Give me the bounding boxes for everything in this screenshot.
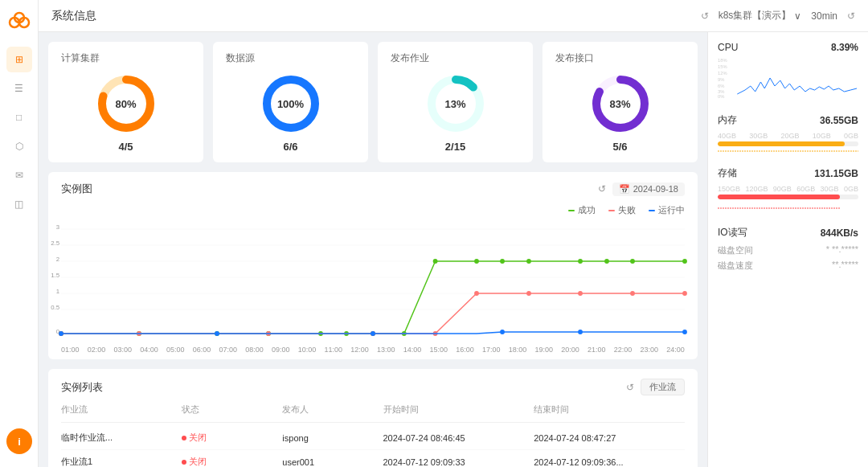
svg-text:12%: 12% [718,71,727,76]
status-dot [182,436,186,440]
io-sub-speed-label: 磁盘速度 [718,260,753,272]
table-controls: ↺ 作业流 [626,379,685,395]
status-dot [182,460,186,465]
sidebar-item-file[interactable]: □ [6,104,32,130]
header: 系统信息 ↺ k8s集群【演示】 ∨ 30min ↺ [39,0,868,32]
chevron-down-icon: ∨ [794,10,801,22]
cpu-label: CPU [718,42,738,53]
stat-number-api: 5/6 [612,141,627,153]
svg-point-36 [526,259,531,264]
operate-button[interactable]: 作业流 [641,379,685,395]
svg-point-56 [682,330,687,334]
legend-label-fail: 失败 [618,204,636,216]
sidebar-item-deploy[interactable]: ⬡ [6,133,32,159]
memory-bar [718,141,845,146]
sidebar-item-message[interactable]: ✉ [6,162,32,188]
refresh-icon[interactable]: ↺ [701,10,709,22]
svg-point-49 [630,291,635,296]
chart-controls: ↺ 📅 2024-09-18 [598,182,685,196]
svg-point-47 [526,291,531,296]
chart-legend: 成功 失败 运行中 [61,204,685,216]
user-avatar[interactable]: i [6,428,32,454]
memory-bar-bg [718,141,858,146]
td-end: 2024-07-24 08:47:27 [534,433,685,443]
svg-point-38 [604,259,609,264]
stat-title-job: 发布作业 [391,51,520,65]
td-job: 作业流1 [61,456,182,467]
table-row: 临时作业流... 关闭 ispong 2024-07-24 08:46:45 2… [61,426,685,450]
svg-text:0%: 0% [718,94,725,98]
stat-content-api: 83% 5/6 [555,72,685,153]
stat-card-compute: 计算集群 80% 4/5 [48,42,203,162]
right-panel: CPU 8.39% 18% 15% 12% [707,32,868,467]
svg-text:1.5: 1.5 [51,272,59,279]
stat-title-datasource: 数据源 [226,51,355,65]
cluster-label: k8s集群【演示】 [719,9,792,23]
legend-label-running: 运行中 [658,204,685,216]
stat-number-job: 2/15 [445,141,465,153]
svg-text:6%: 6% [718,84,725,88]
col-end: 结束时间 [534,404,685,416]
table-row: 作业流1 关闭 user001 2024-07-12 09:09:33 2024… [61,450,685,467]
legend-fail: 失败 [608,204,636,216]
memory-chart: 40GB30GB20GB10GB0GB [718,132,858,140]
io-value: 844KB/s [821,227,858,239]
data-icon: ◫ [14,199,23,210]
message-icon: ✉ [15,170,23,181]
storage-header: 存储 131.15GB [718,166,858,180]
stat-title-api: 发布接口 [555,51,685,65]
auto-refresh-icon[interactable]: ↺ [847,10,855,22]
cpu-metric: CPU 8.39% 18% 15% 12% [718,42,858,100]
td-status: 关闭 [182,456,282,467]
cluster-selector[interactable]: k8s集群【演示】 ∨ [719,9,802,23]
storage-dots [718,202,858,213]
legend-running: 运行中 [649,204,685,216]
line-chart: 3 2.5 2 1.5 1 0.5 0 [61,221,685,350]
donut-datasource: 100% [259,72,323,136]
header-right: ↺ k8s集群【演示】 ∨ 30min ↺ [701,9,855,23]
table-refresh-icon[interactable]: ↺ [626,382,634,393]
donut-label-api: 83% [609,98,630,110]
deploy-icon: ⬡ [15,141,23,152]
instance-chart-section: 实例图 ↺ 📅 2024-09-18 成功 [48,172,698,359]
donut-label-datasource: 100% [277,98,304,110]
io-metric: IO读写 844KB/s 磁盘空间 * **.***** 磁盘速度 **.***… [718,226,858,272]
svg-point-54 [500,330,505,334]
svg-point-35 [500,259,505,264]
svg-point-51 [59,331,63,336]
stat-content-datasource: 100% 6/6 [226,72,355,153]
date-picker[interactable]: 📅 2024-09-18 [612,182,685,196]
storage-metric: 存储 131.15GB 150GB120GB90GB60GB30GB0GB [718,166,858,213]
chart-refresh-icon[interactable]: ↺ [598,183,606,195]
stat-content-compute: 80% 4/5 [61,72,190,153]
storage-chart: 150GB120GB90GB60GB30GB0GB [718,185,858,193]
svg-point-37 [578,259,583,264]
chart-title: 实例图 [61,182,92,196]
svg-text:0.5: 0.5 [51,304,59,311]
stat-card-api: 发布接口 83% 5/6 [542,42,698,162]
legend-label-success: 成功 [578,204,596,216]
cpu-chart: 18% 15% 12% 9% 6% 3% 0% [718,58,858,100]
svg-point-46 [474,291,479,296]
stats-row: 计算集群 80% 4/5 数据源 [48,42,698,162]
donut-api: 83% [588,72,653,136]
content-area: 计算集群 80% 4/5 数据源 [39,32,868,467]
legend-dot-running [649,210,655,211]
app-logo [6,8,32,34]
donut-compute: 80% [94,72,158,136]
page-title: 系统信息 [51,9,96,23]
stat-card-datasource: 数据源 100% 6/6 [213,42,368,162]
col-job: 作业流 [61,404,182,416]
content-main: 计算集群 80% 4/5 数据源 [39,32,707,467]
monitor-icon: ⊞ [15,54,23,65]
sidebar-item-data[interactable]: ◫ [6,191,32,217]
sidebar-item-list[interactable]: ☰ [6,76,32,101]
time-range: 30min [811,10,837,22]
donut-job: 13% [424,72,488,136]
cpu-header: CPU 8.39% [718,42,858,53]
svg-text:2.5: 2.5 [51,240,59,247]
sidebar-item-monitor[interactable]: ⊞ [6,47,32,72]
instance-table-section: 实例列表 ↺ 作业流 作业流 状态 发布人 开始时间 结束时间 临时作业流... [48,369,698,467]
io-sub-speed-value: **.***** [832,260,858,272]
io-label: IO读写 [718,226,747,240]
